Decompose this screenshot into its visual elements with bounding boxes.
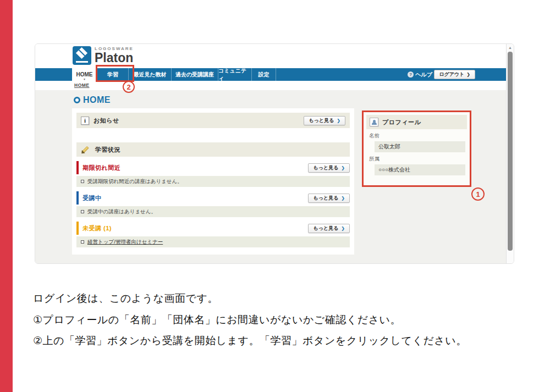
profile-org-value: ○○○株式会社 [375,164,465,175]
in-progress-empty-row: 受講中の講座はありません。 [76,206,350,217]
annotation-step1-circle: 1 [471,187,485,201]
course-link[interactable]: 経営トップ/管理者向けセミナー [87,239,163,246]
bullet-square-icon [81,180,84,183]
caption-line-3: ②上の「学習」ボタンから受講を開始します。「学習」ボタンをクリックしてください。 [33,330,534,352]
profile-panel-annotation-box: プロフィール 名前 公取太郎 所属 ○○○株式会社 [362,111,471,187]
profile-name-value: 公取太郎 [375,141,465,152]
notice-section-header: i お知らせ もっと見る ❯ [76,113,350,128]
profile-title: プロフィール [382,118,421,126]
help-link[interactable]: ? ヘルプ [408,68,432,81]
page-title: HOME [74,95,111,105]
group-not-started-header: 未受講 (1) もっと見る ❯ [76,222,350,235]
group-expiring-label: 期限切れ間近 [82,164,120,172]
nav-tab-community[interactable]: コミュニティ [218,68,252,81]
chevron-right-icon: ❯ [341,226,345,231]
in-progress-empty-message: 受講中の講座はありません。 [87,208,156,216]
not-started-course-row: 経営トップ/管理者向けセミナー [76,236,350,247]
chevron-right-icon: ❯ [341,196,345,201]
expiring-empty-row: 受講期限切れ間近の講座はありません。 [76,176,350,187]
pencil-icon [81,145,91,154]
not-started-more-button[interactable]: もっと見る ❯ [308,224,350,233]
group-not-started-label: 未受講 (1) [82,224,112,233]
in-progress-more-button[interactable]: もっと見る ❯ [308,194,350,203]
nav-tab-settings[interactable]: 設定 [252,68,276,81]
info-icon: i [81,117,89,125]
expiring-empty-message: 受講期限切れ間近の講座はありません。 [87,178,183,185]
chevron-right-icon: ❯ [466,72,470,77]
group-in-progress-header: 受講中 もっと見る ❯ [76,191,350,205]
annotation-step2-circle: 2 [123,81,135,93]
chevron-right-icon: ❯ [341,165,345,170]
person-icon [370,118,378,126]
scrollbar-thumb[interactable] [508,52,513,251]
group-in-progress-label: 受講中 [82,194,102,202]
lms-screenshot-frame: LOGOSWARE Platon HOME ▼ 学習 最近見た教材 過去の受講講… [35,43,514,264]
scroll-up-arrow-icon[interactable]: ▲ [507,46,514,49]
logout-button[interactable]: ログアウト ❯ [434,70,475,79]
main-content-panel: i お知らせ もっと見る ❯ 学習状況 期限切れ間近 もっと見る ❯ [72,108,354,255]
chevron-right-icon: ❯ [337,118,340,123]
profile-name-label: 名前 [369,132,470,140]
caption-block: ログイン後は、このような画面です。 ①プロフィールの「名前」「団体名」にお間違い… [33,288,534,352]
group-expiring-header: 期限切れ間近 もっと見る ❯ [76,161,350,174]
nav-tab-past-courses[interactable]: 過去の受講講座 [172,68,218,81]
help-icon: ? [408,71,414,78]
learning-status-header: 学習状況 [76,142,350,157]
breadcrumb[interactable]: HOME [74,82,90,88]
lms-body: HOME i お知らせ もっと見る ❯ 学習状況 期限切れ間近 もっと見る ❯ [35,90,507,264]
platon-logo-icon [73,46,91,65]
caption-line-2: ①プロフィールの「名前」「団体名」にお間違いがないかご確認ください。 [33,310,534,331]
learning-status-title: 学習状況 [95,146,120,154]
profile-header: プロフィール [366,115,467,129]
notice-more-button[interactable]: もっと見る ❯ [304,116,345,125]
expiring-more-button[interactable]: もっと見る ❯ [308,163,350,173]
page-accent-stripe [0,0,13,392]
nav-tab-recent-materials[interactable]: 最近見た教材 [129,68,172,81]
annotation-box-learning-tab [96,65,134,82]
logo-product-text: Platon [95,52,134,64]
scrollbar[interactable]: ▲ [506,44,514,264]
nav-tab-home[interactable]: HOME ▼ [72,68,97,81]
ring-icon [74,97,80,103]
notice-title: お知らせ [94,117,119,125]
caption-line-1: ログイン後は、このような画面です。 [33,288,534,310]
bullet-square-icon [81,240,84,244]
profile-org-label: 所属 [369,156,470,163]
bullet-square-icon [81,210,84,213]
platon-logo: LOGOSWARE Platon [73,46,134,65]
breadcrumb-row: HOME [35,81,507,90]
